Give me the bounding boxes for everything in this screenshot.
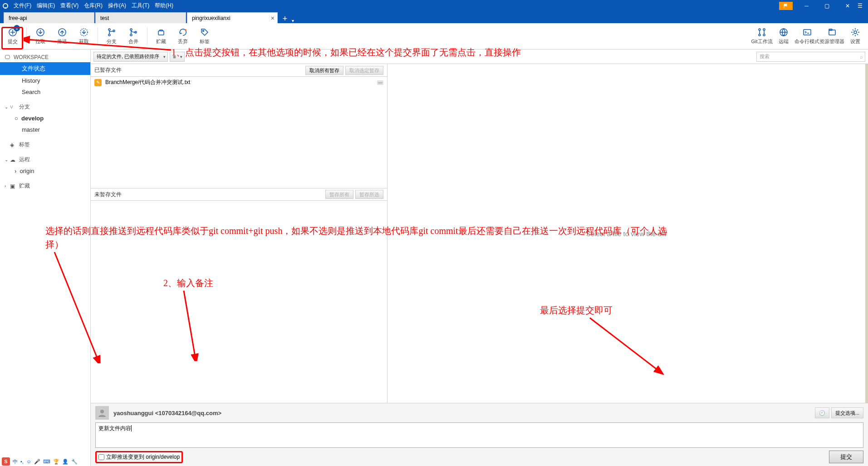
sidebar-label: 标签 xyxy=(19,141,30,149)
svg-point-17 xyxy=(763,29,765,30)
sidebar-label: WORKSPACE xyxy=(14,54,49,60)
sidebar-branches-header[interactable]: ⌄ ⑂ 分支 xyxy=(0,101,90,113)
file-unstage-icon[interactable]: — xyxy=(377,80,383,85)
sidebar-workspace-header[interactable]: 🖵 WORKSPACE xyxy=(0,52,90,62)
sidebar-history[interactable]: History xyxy=(0,75,90,86)
pull-button[interactable]: 拉取 xyxy=(29,24,51,49)
sidebar-label: 分支 xyxy=(19,103,30,111)
menu-view[interactable]: 查看(V) xyxy=(58,2,81,10)
ime-trophy-icon[interactable]: 🏆 xyxy=(53,459,59,465)
sidebar-branch-master[interactable]: master xyxy=(0,124,90,135)
fetch-button[interactable]: 获取 xyxy=(73,24,95,49)
hamburger-icon[interactable]: ☰ xyxy=(858,3,863,9)
sidebar-file-status[interactable]: 文件状态 xyxy=(0,62,90,75)
svg-point-7 xyxy=(108,34,110,36)
view-mode-dropdown[interactable]: ≡ xyxy=(170,52,184,62)
settings-button[interactable]: 设置 xyxy=(844,24,866,49)
maximize-button[interactable]: ▢ xyxy=(817,0,837,11)
sidebar-label: develop xyxy=(21,115,44,122)
menu-action[interactable]: 操作(A) xyxy=(105,2,129,10)
svg-point-14 xyxy=(203,30,204,32)
sort-dropdown[interactable]: 待定的文件, 已依照路径排序 xyxy=(93,52,168,62)
button-label: 暂存所选 xyxy=(359,192,379,197)
submit-commit-button[interactable]: 提交 xyxy=(829,451,863,463)
button-label: 取消所有暂存 xyxy=(309,68,339,73)
sidebar-label: origin xyxy=(20,168,34,174)
commit-message-input[interactable]: 更新文件内容 xyxy=(95,422,863,448)
chevron-down-icon: ⌄ xyxy=(5,104,10,109)
ime-mic-icon[interactable]: 🎤 xyxy=(34,459,40,465)
staged-file-row[interactable]: ✎ BranchMerge/代码合并冲突测试.txt — xyxy=(91,77,387,88)
svg-point-9 xyxy=(130,29,132,30)
sidebar-remote-origin[interactable]: › origin xyxy=(0,165,90,177)
commit-button[interactable]: 提交 1 xyxy=(2,24,24,49)
staged-header: 已暂存文件 取消所有暂存 取消选定暂存 xyxy=(91,64,387,77)
remote-icon xyxy=(779,27,789,37)
stage-all-button[interactable]: 暂存所有 xyxy=(325,190,353,199)
tab-close-icon[interactable]: × xyxy=(271,15,275,22)
ime-lang[interactable]: 中 xyxy=(13,458,18,465)
merge-button[interactable]: 合并 xyxy=(123,24,144,49)
terminal-icon xyxy=(802,27,812,37)
toolbar-label: 获取 xyxy=(79,38,89,45)
sidebar-label: master xyxy=(22,126,40,133)
ime-emoji-icon[interactable]: ☺ xyxy=(26,459,31,464)
checkbox-input[interactable] xyxy=(98,454,104,460)
stage-selected-button[interactable]: 暂存所选 xyxy=(355,190,383,199)
push-immediately-checkbox[interactable]: 立即推送变更到 origin/develop xyxy=(95,451,183,463)
search-input[interactable]: 搜索⌕ xyxy=(756,52,865,62)
terminal-button[interactable]: 命令行模式 xyxy=(794,24,819,49)
svg-point-23 xyxy=(854,31,857,34)
button-label: 提交选项... xyxy=(835,410,859,416)
commit-options-button[interactable]: 提交选项... xyxy=(831,407,863,418)
stash-button[interactable]: 贮藏 xyxy=(150,24,172,49)
tab-pingrixuexilianxi[interactable]: pingrixuexilianxi× xyxy=(187,12,278,23)
toolbar-label: 贮藏 xyxy=(156,38,166,45)
minimize-button[interactable]: ─ xyxy=(796,0,817,11)
svg-point-10 xyxy=(130,34,132,36)
sidebar-label: 贮藏 xyxy=(19,182,30,190)
branch-button[interactable]: 分支 xyxy=(101,24,123,49)
discard-button[interactable]: 丢弃 xyxy=(172,24,194,49)
flag-icon[interactable] xyxy=(779,2,793,10)
menu-tool[interactable]: 工具(T) xyxy=(129,2,152,10)
remote-button[interactable]: 远端 xyxy=(773,24,794,49)
tag-button[interactable]: 标签 xyxy=(194,24,216,49)
sidebar-search[interactable]: Search xyxy=(0,86,90,98)
toolbar-label: 分支 xyxy=(107,38,117,45)
search-icon: ⌕ xyxy=(860,54,863,59)
menu-repo[interactable]: 仓库(R) xyxy=(81,2,105,10)
explorer-button[interactable]: 资源管理器 xyxy=(819,24,844,49)
sidebar-stashes-header[interactable]: › ▣ 贮藏 xyxy=(0,180,90,192)
toolbar-label: 提交 xyxy=(8,38,18,45)
svg-point-18 xyxy=(763,34,765,36)
unstage-all-button[interactable]: 取消所有暂存 xyxy=(305,66,343,75)
sidebar-branch-develop[interactable]: ○ develop xyxy=(0,113,90,124)
titlebar: 文件(F) 编辑(E) 查看(V) 仓库(R) 操作(A) 工具(T) 帮助(H… xyxy=(0,0,868,11)
gitflow-button[interactable]: Git工作流 xyxy=(751,24,773,49)
unstage-selected-button[interactable]: 取消选定暂存 xyxy=(345,66,383,75)
ime-sogou-icon[interactable]: S xyxy=(2,457,10,466)
menu-help[interactable]: 帮助(H) xyxy=(152,2,176,10)
toolbar: 提交 1 拉取 推送 获取 分支 合并 贮藏 丢弃 标签 Git工作流 xyxy=(0,23,868,50)
tab-add-button[interactable]: + xyxy=(280,14,289,23)
sidebar-remotes-header[interactable]: ⌄ ☁ 远程 xyxy=(0,154,90,165)
sidebar-tags-header[interactable]: ◈ 标签 xyxy=(0,139,90,150)
ime-tool-icon[interactable]: 🔧 xyxy=(71,459,78,465)
svg-rect-12 xyxy=(158,31,164,35)
ime-person-icon[interactable]: 👤 xyxy=(62,459,69,465)
merge-icon xyxy=(128,27,138,37)
commit-message-text: 更新文件内容 xyxy=(98,425,131,431)
tab-dropdown-icon[interactable]: ▾ xyxy=(289,18,296,23)
dropdown-label: 待定的文件, 已依照路径排序 xyxy=(97,53,159,60)
commit-history-button[interactable]: 🕘 xyxy=(815,407,829,418)
push-button[interactable]: 推送 xyxy=(51,24,73,49)
ime-punct-icon[interactable]: •, xyxy=(20,459,24,464)
menu-edit[interactable]: 编辑(E) xyxy=(34,2,58,10)
tab-test[interactable]: test xyxy=(95,12,186,23)
ime-keyboard-icon[interactable]: ⌨ xyxy=(43,459,50,465)
close-button[interactable]: ✕ xyxy=(837,0,858,11)
sidebar-label: 远程 xyxy=(19,156,30,164)
menu-file[interactable]: 文件(F) xyxy=(11,2,34,10)
tab-free-api[interactable]: free-api xyxy=(4,12,94,23)
